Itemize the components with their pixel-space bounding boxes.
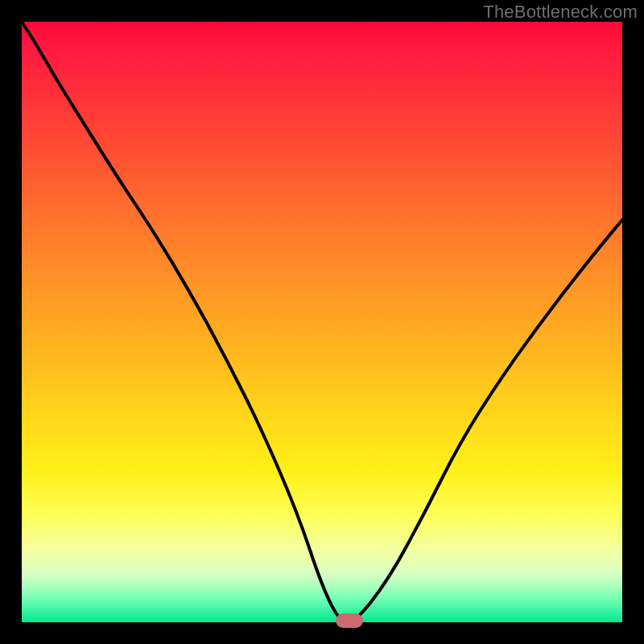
- chart-frame: TheBottleneck.com: [0, 0, 644, 644]
- optimum-marker: [336, 613, 363, 628]
- curve-svg: [22, 22, 622, 622]
- watermark-text: TheBottleneck.com: [483, 2, 638, 23]
- bottleneck-curve: [22, 22, 622, 622]
- plot-area: [22, 22, 622, 622]
